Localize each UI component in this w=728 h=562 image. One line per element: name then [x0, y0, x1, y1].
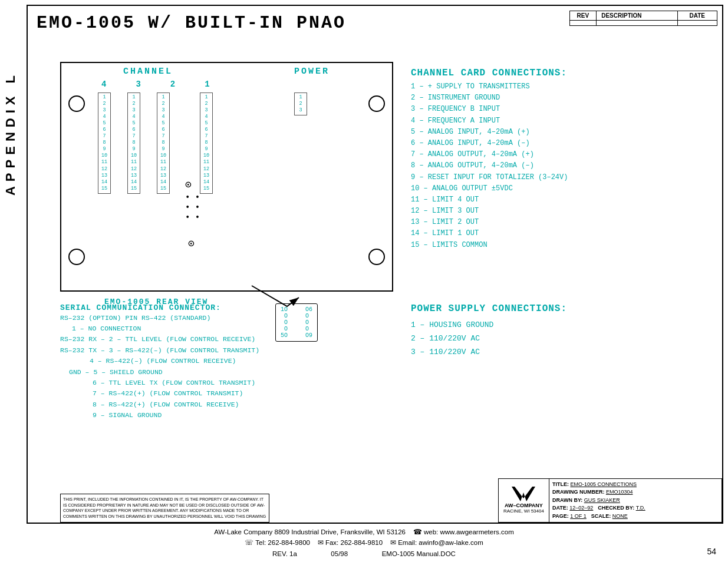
conn-item-3: 3 – FREQUENCY B INPUT — [411, 104, 716, 115]
power-supply-section: POWER SUPPLY CONNECTIONS: 1 – HOUSING GR… — [411, 303, 716, 359]
tb-date-label: DATE: — [552, 505, 569, 511]
title-block-fields: TITLE: EMO-1005 CONNECTIONS DRAWING NUMB… — [549, 479, 722, 523]
serial-item-9: 9 – SIGNAL GROUND — [93, 410, 393, 421]
serial-item-3: RS–232 TX – 3 – RS–422(–) (FLOW CONTROL … — [60, 345, 393, 356]
tb-drawn-value: GUS SKIAKER — [584, 497, 620, 503]
chan-num-4: 4 — [101, 80, 106, 89]
svg-marker-1 — [512, 487, 535, 501]
footer-date: 05/98 — [331, 550, 348, 557]
rev-row-date — [677, 21, 717, 26]
desc-col-header: DESCRIPTION — [597, 11, 677, 21]
rev-table: REV DESCRIPTION DATE — [569, 11, 717, 26]
serial-subtitle: RS–232 (OPTION) PIN RS–422 (STANDARD) — [60, 314, 393, 322]
tb-title-value: EMO-1005 CONNECTIONS — [570, 481, 637, 487]
tb-date-grp: DATE: 12–02–92 — [552, 504, 593, 513]
rev-row-desc — [597, 21, 677, 26]
footer-tel-icon: ☏ — [245, 539, 253, 546]
conn-item-12: 12 – LIMIT 3 OUT — [411, 206, 716, 217]
ps-item-3: 3 – 110/220V AC — [411, 346, 716, 359]
tb-page-row: PAGE: 1 OF 1 SCALE: NONE — [552, 513, 719, 521]
channel-connections-title: CHANNEL CARD CONNECTIONS: — [411, 68, 716, 78]
channel-connections-section: CHANNEL CARD CONNECTIONS: 1 – + SUPPLY T… — [411, 68, 716, 251]
tb-page-label: PAGE: — [552, 513, 570, 519]
footer-rev: REV. 1a — [272, 550, 297, 557]
ps-item-2: 2 – 110/220V AC — [411, 332, 716, 346]
chan-num-1: 1 — [205, 80, 209, 89]
serial-item-4: 4 – RS–422(–) (FLOW CONTROL RECEIVE) — [90, 356, 393, 366]
tb-scale-value: NONE — [612, 513, 628, 519]
serial-item-1: 1 – NO CONNECTION — [72, 323, 393, 334]
title-block-inner: AW–COMPANY RACINE, WI 53404 TITLE: EMO-1… — [499, 479, 722, 523]
aw-logo: AW–COMPANY RACINE, WI 53404 — [499, 479, 549, 523]
tb-date-row: DATE: 12–02–92 CHECKED BY: T.D. — [552, 504, 719, 513]
tb-checked-value: T.D. — [636, 505, 645, 511]
center-screw-1: ⊙ — [185, 178, 192, 191]
chan-num-3: 3 — [136, 80, 140, 89]
title-block: AW–COMPANY RACINE, WI 53404 TITLE: EMO-1… — [498, 478, 722, 523]
pwr-pin: 123 — [297, 94, 304, 114]
center-screw-dots: • •• •• • — [185, 193, 200, 222]
screw-right-top — [368, 95, 385, 112]
conn-item-13: 13 – LIMIT 2 OUT — [411, 217, 716, 228]
tb-page-grp: PAGE: 1 OF 1 — [552, 513, 587, 521]
page-number: 54 — [707, 547, 716, 556]
conn-item-11: 11 – LIMIT 4 OUT — [411, 194, 716, 206]
channel-numbers: 4 3 2 1 — [101, 80, 210, 89]
conn-item-14: 14 – LIMIT 1 OUT — [411, 228, 716, 239]
aw-logo-icon — [512, 487, 535, 501]
conn-item-15: 15 – LIMITS COMMON — [411, 240, 716, 251]
conn-item-8: 8 – ANALOG OUTPUT, 4–20mA (–) — [411, 160, 716, 171]
footer-tel: Tel: 262-884-9800 — [255, 539, 310, 546]
footer-fax: Fax: 262-884-9810 — [325, 539, 383, 546]
company-name: AW–COMPANY — [505, 503, 543, 508]
center-screw-2: ⊙ — [188, 237, 195, 250]
footer-doc: EMO-1005 Manual.DOC — [382, 550, 456, 557]
tb-page-value: 1 OF 1 — [570, 513, 587, 519]
date-col-header: DATE — [677, 11, 717, 21]
company-location: RACINE, WI 53404 — [503, 508, 544, 514]
footer: AW-Lake Company 8809 Industrial Drive, F… — [27, 527, 701, 559]
channel-label: CHANNEL — [123, 67, 173, 77]
serial-comm-section: SERIAL COMMUNICATION CONNECTOR: RS–232 (… — [60, 303, 393, 421]
appendix-label: APPENDIX L — [3, 71, 18, 196]
main-container: REV DESCRIPTION DATE EMO-1005 W/ BUILT-I… — [27, 5, 723, 524]
serial-item-7: 7 – RS–422(+) (FLOW CONTROL TRANSMIT) — [93, 388, 393, 399]
conn-item-10: 10 – ANALOG OUTPUT ±5VDC — [411, 183, 716, 194]
footer-web: web: www.awgearmeters.com — [424, 528, 514, 535]
ps-item-1: 1 – HOUSING GROUND — [411, 319, 716, 332]
tb-scale-label: SCALE: — [591, 513, 612, 519]
serial-item-6: 6 – TTL LEVEL TX (FLOW CONTROL TRANSMIT) — [93, 378, 393, 388]
tb-checked-grp: CHECKED BY: T.D. — [598, 504, 645, 513]
channel-3-pins: 123456789101112131415 — [127, 92, 140, 194]
conn-item-9: 9 – RESET INPUT FOR TOTALIZER (3–24V) — [411, 172, 716, 183]
footer-fax-icon: ✉ — [318, 539, 324, 546]
channel-1-pins: 123456789101112131415 — [200, 92, 213, 194]
ch3-pin: 123456789101112131415 — [130, 94, 137, 192]
chan-num-2: 2 — [170, 80, 175, 89]
screw-left-top — [68, 95, 85, 112]
channel-4-pins: 123456789101112131415 — [98, 92, 111, 194]
screw-right-bottom — [368, 249, 385, 265]
disclaimer-box: THIS PRINT, INCLUDED THE INFORMATION CON… — [60, 494, 269, 523]
screw-left-bottom — [68, 249, 85, 265]
rev-col-header: REV — [569, 11, 597, 21]
tb-scale-grp: SCALE: NONE — [591, 513, 628, 521]
tb-title-label: TITLE: — [552, 481, 571, 487]
tb-title-row: TITLE: EMO-1005 CONNECTIONS — [552, 481, 719, 489]
tb-checked-label: CHECKED BY: — [598, 505, 635, 511]
power-pins: 123 — [294, 92, 307, 115]
serial-item-5: GND – 5 – SHIELD GROUND — [69, 367, 393, 378]
ch1-pin: 123456789101112131415 — [203, 94, 210, 192]
serial-item-2: RS–232 RX – 2 – TTL LEVEL (FLOW CONTROL … — [60, 334, 393, 345]
tb-drawn-label: DRAWN BY: — [552, 497, 584, 503]
serial-title: SERIAL COMMUNICATION CONNECTOR: — [60, 303, 393, 312]
footer-company: AW-Lake Company 8809 Industrial Drive, F… — [214, 528, 406, 535]
conn-item-1: 1 – + SUPPLY TO TRANSMITTERS — [411, 81, 716, 92]
power-label: POWER — [294, 67, 330, 77]
tb-drawing-label: DRAWING NUMBER: — [552, 489, 606, 495]
tb-drawing-row: DRAWING NUMBER: EMO10304 — [552, 488, 719, 497]
footer-email: Email: awinfo@aw-lake.com — [398, 539, 483, 546]
footer-line3: REV. 1a 05/98 EMO-1005 Manual.DOC — [27, 548, 701, 559]
tb-date-value: 12–02–92 — [569, 505, 593, 511]
tb-drawing-value: EMO10304 — [606, 489, 633, 495]
